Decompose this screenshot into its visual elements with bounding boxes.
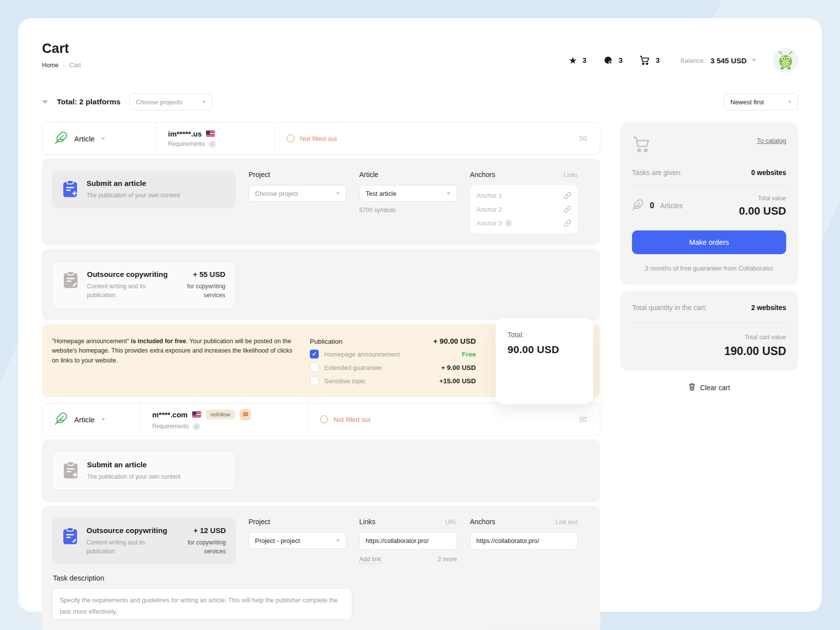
link-icon[interactable] xyxy=(564,220,571,227)
articles-count: 0 xyxy=(650,201,654,210)
favorites-count: 3 xyxy=(583,56,587,64)
sensitive-topic-checkbox[interactable] xyxy=(310,376,319,385)
homepage-announcement-checkbox[interactable] xyxy=(310,350,319,359)
url-column-label: URL xyxy=(445,519,457,526)
clear-cart-button[interactable]: Clear cart xyxy=(620,383,798,393)
comment-badge-icon[interactable] xyxy=(240,409,251,420)
outsource-price: + 55 USD xyxy=(193,270,225,278)
chevron-down-icon xyxy=(336,192,340,195)
collapse-chevron-icon[interactable] xyxy=(42,100,48,104)
platform-domain[interactable]: im*****.us xyxy=(168,130,202,138)
guarantee-note: 3 months of free guarantee from Collabor… xyxy=(632,265,786,272)
feather-icon xyxy=(632,199,644,213)
status-badge: Not filled out xyxy=(300,135,337,142)
publication-price: + 90.00 USD xyxy=(433,337,476,345)
us-flag-icon xyxy=(206,131,215,136)
envelope-icon[interactable]: ✉ xyxy=(579,133,587,144)
publication-label: Publication xyxy=(310,338,342,345)
item-total-card: Total: 90.00 USD xyxy=(496,318,593,404)
total-label: Total: xyxy=(507,331,582,339)
total-value: 0.00 USD xyxy=(739,205,786,218)
make-orders-button[interactable]: Make orders xyxy=(632,230,786,254)
order-summary-sidebar: To catalog Tasks are given: 0 websites 0… xyxy=(620,122,798,630)
notice-text: "Homepage announcement" is included for … xyxy=(52,337,299,385)
chevron-down-icon xyxy=(788,101,792,103)
articles-label: Articles xyxy=(660,202,683,210)
outsource-section-1: Outsource copywriting + 55 USD Content w… xyxy=(42,249,600,320)
status-badge: Not filled out xyxy=(334,416,371,423)
outsource-copywriting-option[interactable]: Outsource copywriting + 12 USD Content w… xyxy=(52,518,236,564)
anchor-input-3[interactable]: Anchor 3i xyxy=(476,218,571,228)
info-icon[interactable]: i xyxy=(193,423,200,430)
platforms-total-label: Total: 2 platforms xyxy=(57,97,121,106)
article-select[interactable]: Test article xyxy=(359,185,457,202)
envelope-icon[interactable]: ✉ xyxy=(579,414,587,425)
tasks-given-value: 0 websites xyxy=(751,169,786,177)
project-label: Project xyxy=(249,171,270,179)
link-text-column-label: Link text xyxy=(555,519,578,526)
order-summary-card: To catalog Tasks are given: 0 websites 0… xyxy=(620,122,798,285)
content-type-select[interactable]: Article xyxy=(42,404,140,435)
cart-counter[interactable]: 3 xyxy=(639,55,660,66)
links-label: Links xyxy=(359,518,376,526)
breadcrumb-home[interactable]: Home xyxy=(42,62,58,69)
submit-article-option[interactable]: Submit an article The publication of you… xyxy=(52,451,236,490)
chevron-down-icon xyxy=(447,192,451,195)
page-title: Cart xyxy=(42,41,81,56)
platform-card-2: Article m****.com nofollow Requirements xyxy=(42,403,600,436)
favorites-counter[interactable]: ★ 3 xyxy=(569,56,587,65)
choose-projects-select[interactable]: Choose projects xyxy=(129,93,212,110)
extended-guarantee-checkbox[interactable] xyxy=(310,363,319,372)
chat-icon xyxy=(603,55,613,65)
chevron-down-icon xyxy=(752,59,756,62)
cart-count: 3 xyxy=(656,56,660,64)
status-ring-icon xyxy=(287,135,294,142)
anchor-input-1[interactable]: Anchor 1 xyxy=(476,190,571,201)
user-avatar[interactable] xyxy=(773,48,798,73)
link-url-input[interactable] xyxy=(359,532,457,550)
publication-options: Publication + 90.00 USD Homepage announc… xyxy=(310,337,476,385)
platform-domain[interactable]: m****.com xyxy=(152,410,188,419)
info-icon[interactable]: i xyxy=(209,140,216,148)
task-description-label: Task description xyxy=(53,574,590,582)
to-catalog-link[interactable]: To catalog xyxy=(757,137,786,144)
clipboard-edit-icon xyxy=(62,527,79,547)
sort-select[interactable]: Newest first xyxy=(724,93,798,110)
platform-card-1: Article im*****.us Requirements i xyxy=(42,122,600,155)
cart-icon xyxy=(632,135,652,156)
add-link-button[interactable]: Add link xyxy=(359,556,381,564)
avatar-monster-icon xyxy=(775,49,797,71)
outsource-price: + 12 USD xyxy=(194,526,226,535)
anchor-text-input[interactable] xyxy=(470,532,578,550)
link-icon[interactable] xyxy=(564,192,571,199)
anchors-label: Anchors xyxy=(470,518,495,526)
feather-icon xyxy=(54,131,68,146)
task-description-textarea[interactable] xyxy=(52,588,352,620)
more-links-label[interactable]: 2 more xyxy=(438,556,457,564)
outsource-section-2: Outsource copywriting + 12 USD Content w… xyxy=(42,506,600,630)
cart-toolbar: Total: 2 platforms Choose projects Newes… xyxy=(42,93,798,110)
cart-icon xyxy=(639,55,650,66)
outsource-copywriting-option[interactable]: Outsource copywriting + 55 USD Content w… xyxy=(52,261,236,309)
content-type-select[interactable]: Article xyxy=(42,123,156,154)
article-symbols-hint: 5700 symbols xyxy=(359,207,457,214)
project-label: Project xyxy=(249,518,270,526)
submit-article-section-1: Submit an article The publication of you… xyxy=(42,159,600,245)
breadcrumb: Home • Cart xyxy=(42,62,81,69)
project-select[interactable]: Choose project xyxy=(249,185,346,202)
link-icon[interactable] xyxy=(564,206,571,213)
nofollow-badge: nofollow xyxy=(206,409,235,419)
cart-page: Cart Home • Cart ★ 3 3 3 Balance: 3 5 xyxy=(18,18,822,612)
total-value-label: Total value xyxy=(739,195,786,202)
anchor-input-2[interactable]: Anchor 2 xyxy=(476,204,571,215)
info-icon[interactable]: i xyxy=(505,220,512,226)
chevron-down-icon xyxy=(336,540,340,542)
trash-icon xyxy=(688,383,696,393)
messages-counter[interactable]: 3 xyxy=(603,55,623,65)
chevron-down-icon xyxy=(202,101,206,103)
project-select[interactable]: Project - project xyxy=(249,532,346,549)
cart-value: 190.00 USD xyxy=(632,345,786,358)
balance[interactable]: Balance: 3 545 USD xyxy=(680,56,756,65)
clipboard-plus-icon xyxy=(62,180,79,200)
submit-article-option[interactable]: Submit an article The publication of you… xyxy=(52,171,236,208)
